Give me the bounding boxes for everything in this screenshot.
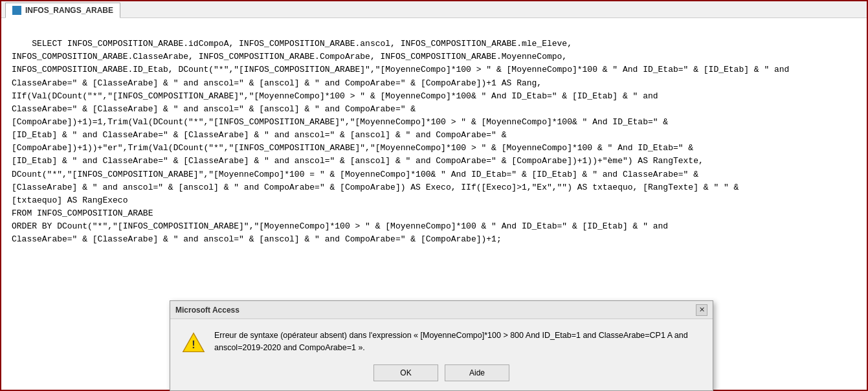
title-bar: INFOS_RANGS_ARABE [1, 1, 867, 18]
aide-button[interactable]: Aide [445, 364, 509, 381]
query-tab[interactable]: INFOS_RANGS_ARABE [5, 3, 120, 18]
dialog-title: Microsoft Access [175, 306, 239, 315]
tab-label: INFOS_RANGS_ARABE [25, 6, 113, 15]
dialog-close-button[interactable]: ✕ [696, 304, 707, 316]
ok-button[interactable]: OK [373, 364, 438, 381]
query-icon [12, 6, 21, 15]
warning-icon: ! [182, 331, 205, 354]
dialog-body: ! Erreur de syntaxe (opérateur absent) d… [170, 319, 713, 362]
dialog-message-text: Erreur de syntaxe (opérateur absent) dan… [214, 330, 701, 354]
sql-text: SELECT INFOS_COMPOSITION_ARABE.idCompoA,… [12, 39, 794, 244]
dialog-buttons: OK Aide [170, 362, 713, 390]
close-icon: ✕ [699, 306, 705, 314]
dialog-titlebar: Microsoft Access ✕ [170, 301, 713, 319]
sql-content-area: SELECT INFOS_COMPOSITION_ARABE.idCompoA,… [1, 18, 867, 315]
error-dialog: Microsoft Access ✕ ! Erreur de syntaxe (… [170, 300, 713, 391]
svg-text:!: ! [192, 339, 195, 350]
main-window: INFOS_RANGS_ARABE SELECT INFOS_COMPOSITI… [0, 0, 868, 391]
